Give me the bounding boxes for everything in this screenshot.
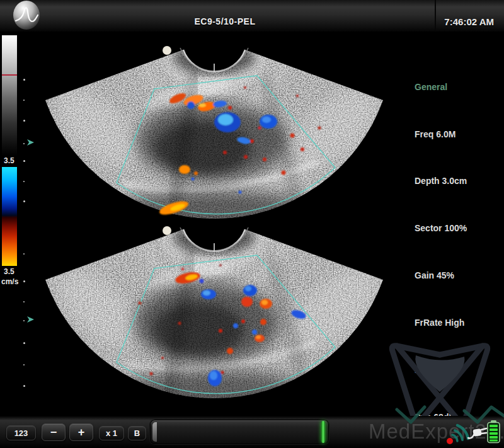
zoom-in-button[interactable]: + — [69, 423, 93, 441]
b-mode-button[interactable]: B — [128, 426, 146, 440]
battery-icon — [486, 420, 501, 444]
ultrasound-screen: EC9-5/10-PEL 7:46:02 AM 3.5 3.5 cm/s — [0, 0, 504, 448]
depth-dot — [23, 385, 25, 387]
ultrasound-image-bottom — [38, 222, 391, 411]
probe-preset-title: EC9-5/10-PEL — [0, 16, 450, 26]
cine-progress-bar[interactable] — [150, 420, 329, 444]
gain-marker-line — [2, 74, 17, 76]
topbar: EC9-5/10-PEL 7:46:02 AM — [0, 0, 504, 33]
cine-position-marker[interactable] — [321, 421, 325, 443]
depth-dot — [23, 160, 25, 162]
zoom-out-button[interactable]: − — [42, 423, 66, 441]
velocity-unit-label: cm/s — [1, 277, 18, 286]
param-row: Depth 3.0cm — [415, 175, 503, 187]
depth-dot — [23, 181, 25, 182]
orientation-marker-dot — [163, 46, 171, 55]
depth-dot — [23, 143, 25, 144]
focus-arrow-icon[interactable] — [27, 139, 34, 146]
depth-dot — [23, 200, 25, 202]
topbar-divider — [435, 0, 436, 32]
numeric-keypad-button[interactable]: 123 — [6, 425, 36, 440]
magnification-button[interactable]: x 1 — [99, 426, 124, 440]
focus-arrow-icon[interactable] — [27, 316, 34, 323]
depth-dot — [23, 342, 25, 344]
orientation-marker-dot — [163, 226, 171, 235]
depth-dot — [23, 100, 25, 101]
depth-dot — [23, 280, 25, 282]
param-row: Gain 45% — [415, 270, 503, 282]
clock: 7:46:02 AM — [444, 16, 494, 27]
b-mode-fan — [38, 33, 391, 222]
depth-dot — [23, 364, 25, 365]
depth-dot — [23, 79, 25, 81]
velocity-top-label: 3.5 — [4, 156, 14, 165]
depth-dot — [23, 301, 25, 302]
brand-logo-icon — [8, 0, 45, 32]
param-row: Freq 6.0M — [415, 129, 503, 141]
cine-bar-left-cap — [152, 422, 157, 442]
doppler-color-bar — [2, 167, 17, 266]
depth-dot — [23, 120, 25, 122]
depth-dot — [23, 253, 25, 255]
depth-dot — [23, 320, 25, 321]
velocity-bottom-label: 3.5 — [4, 267, 14, 276]
power-plug-icon — [467, 426, 488, 440]
param-row: Sector 100% — [415, 222, 503, 234]
gray-scale-bar — [2, 35, 17, 156]
param-row: General — [415, 81, 503, 93]
ultrasound-image-top — [38, 33, 391, 222]
